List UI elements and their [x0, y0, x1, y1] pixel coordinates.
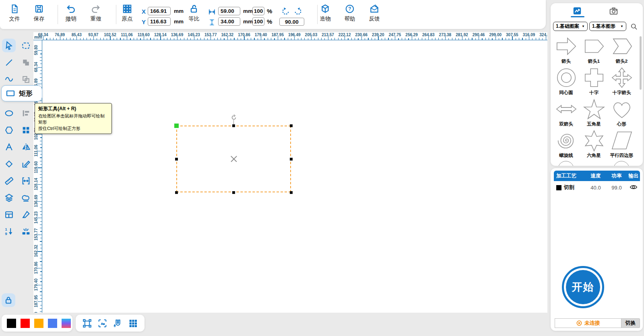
x-position-input[interactable] — [148, 7, 171, 15]
resize-handle[interactable] — [232, 124, 235, 127]
resize-handle[interactable] — [290, 191, 293, 194]
marquee-tool[interactable] — [17, 37, 34, 54]
feedback-button[interactable]: 反馈 — [365, 4, 384, 26]
boolean-union-tool[interactable] — [17, 54, 34, 71]
width-percent-input[interactable] — [252, 7, 264, 15]
scrollbar-thumb[interactable] — [640, 36, 642, 90]
origin-handle[interactable] — [174, 124, 179, 128]
ruler-minor-tick — [368, 38, 368, 40]
disconnected-icon — [576, 320, 582, 326]
rotate-cw-button[interactable] — [293, 6, 303, 16]
file-button[interactable]: 文件 — [5, 4, 24, 26]
origin-button[interactable]: 原点 — [118, 4, 137, 26]
weld-icon — [21, 193, 31, 203]
y-position-input[interactable] — [148, 17, 171, 26]
mirror-tool[interactable] — [17, 138, 34, 155]
color-swatch[interactable] — [21, 319, 30, 328]
ruler-minor-tick — [40, 305, 42, 305]
magnet-snap-icon[interactable] — [113, 318, 123, 328]
save-button[interactable]: 保存 — [29, 4, 49, 26]
resize-handle[interactable] — [175, 158, 178, 161]
category-dropdown[interactable]: 1.基础图案 ▼ — [553, 22, 588, 31]
resize-handle[interactable] — [232, 191, 235, 194]
resize-handle[interactable] — [290, 124, 293, 127]
shape-thumbnail-partial — [558, 161, 574, 166]
sort-tool[interactable]: 19 — [0, 223, 17, 240]
shape-double-arrow[interactable]: 双箭头 — [552, 97, 580, 129]
start-button[interactable]: 开始 — [562, 266, 604, 308]
canvas-area[interactable]: 68.3476.8985.4393.97102.52111.06119.6012… — [33, 32, 547, 313]
proportional-lock-button[interactable]: 等比 — [184, 4, 204, 26]
shape-cross[interactable]: 十字 — [580, 66, 608, 97]
pen-tool[interactable] — [17, 206, 34, 223]
polygon-tool[interactable] — [0, 122, 17, 138]
weld-tool[interactable] — [17, 189, 34, 206]
search-icon[interactable] — [630, 23, 638, 31]
height-input[interactable] — [218, 17, 240, 26]
color-swatch[interactable] — [7, 319, 16, 328]
ruler-label: 281.92 — [456, 33, 468, 37]
shape-parallelogram[interactable]: 平行四边形 — [608, 129, 636, 160]
eraser-icon — [4, 159, 14, 169]
create-button[interactable]: 造物 — [316, 4, 335, 26]
text-icon — [4, 142, 14, 152]
help-button[interactable]: ? 帮助 — [340, 4, 359, 26]
layers-tool[interactable] — [0, 189, 17, 206]
expand-tool[interactable] — [17, 172, 34, 189]
shape-chevron[interactable]: 箭头2 — [608, 35, 636, 66]
selected-rectangle[interactable] — [176, 126, 291, 192]
grid-toggle-icon[interactable] — [128, 318, 138, 328]
parameter-row[interactable]: 切割40.099.0 — [554, 181, 640, 194]
align-tool[interactable] — [17, 105, 34, 122]
color-swatch[interactable] — [34, 319, 43, 328]
lock-button[interactable] — [2, 293, 15, 307]
origin-grid-icon — [122, 4, 132, 14]
rotate-handle-icon[interactable] — [231, 114, 237, 122]
shape-star-6[interactable]: 六角星 — [580, 129, 608, 160]
select-tool[interactable] — [0, 37, 17, 54]
measure-tool[interactable] — [0, 172, 17, 189]
shape-arrow-pentagon[interactable]: 箭头1 — [580, 35, 608, 66]
ruler-minor-tick — [539, 38, 539, 40]
rotate-ccw-button[interactable] — [281, 6, 291, 16]
shape-star-5[interactable]: 五角星 — [580, 97, 608, 129]
color-swatch[interactable] — [48, 319, 57, 328]
line-tool[interactable] — [0, 54, 17, 71]
shape-cross-arrows[interactable]: 十字箭头 — [608, 66, 636, 97]
double-arrow-icon — [555, 97, 578, 121]
ruler-minor-tick — [40, 60, 42, 61]
shape-heart[interactable]: 心形 — [608, 97, 636, 129]
shape-arrow-right[interactable]: 箭头 — [552, 35, 580, 66]
ruler-minor-tick — [40, 137, 42, 138]
tab-camera[interactable] — [608, 6, 619, 18]
subcategory-dropdown[interactable]: 1.基本图形 ▼ — [589, 22, 626, 31]
switch-device-button[interactable]: 切换 — [621, 318, 640, 328]
shape-concentric-circles[interactable]: 同心圆 — [552, 66, 580, 97]
angle-pen-tool[interactable] — [17, 155, 34, 172]
shape-spiral[interactable]: 螺旋线 — [552, 129, 580, 160]
rotation-angle-input[interactable] — [279, 18, 304, 26]
table-tool[interactable] — [0, 206, 17, 223]
process-name: 切割 — [564, 184, 574, 191]
ellipse-tool[interactable] — [0, 105, 17, 122]
ruler-minor-tick — [40, 221, 42, 222]
output-visibility-toggle[interactable] — [627, 184, 640, 192]
ruler-minor-tick — [432, 38, 432, 40]
width-input[interactable] — [218, 7, 240, 15]
color-swatch[interactable] — [62, 319, 71, 328]
preview-locate-icon[interactable] — [97, 318, 107, 328]
eraser-tool[interactable] — [0, 155, 17, 172]
ruler-major-tick — [38, 50, 42, 51]
connection-status[interactable]: 未连接 — [555, 318, 621, 328]
ruler-minor-tick — [40, 255, 42, 255]
array-tool[interactable] — [17, 122, 34, 138]
height-percent-input[interactable] — [252, 17, 264, 26]
frame-select-icon[interactable] — [82, 318, 92, 328]
resize-handle[interactable] — [290, 158, 293, 161]
resize-handle[interactable] — [175, 191, 178, 194]
split-tool[interactable] — [17, 223, 34, 240]
redo-button[interactable]: 重做 — [86, 4, 105, 26]
rectangle-tool-expanded[interactable]: 矩形 — [1, 85, 42, 101]
undo-button[interactable]: 撤销 — [61, 4, 80, 26]
text-tool[interactable] — [0, 138, 17, 155]
